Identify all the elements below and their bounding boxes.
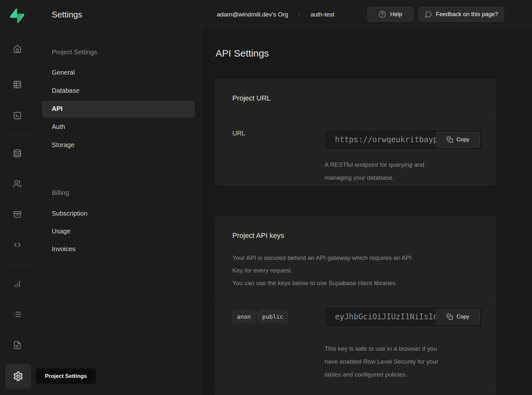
api-keys-description: Your API is secured behind an API gatewa… xyxy=(232,251,412,289)
gear-icon xyxy=(13,371,23,381)
copy-icon xyxy=(447,136,453,143)
sidebar-item-invoices[interactable]: Invoices xyxy=(52,245,75,253)
storage-icon[interactable] xyxy=(10,207,24,221)
rail-divider xyxy=(5,134,30,135)
anon-key-note-line: tables and configured policies. xyxy=(325,368,438,381)
breadcrumb-project[interactable]: auth-test xyxy=(311,11,335,18)
settings-sidebar: Settings Project Settings General Databa… xyxy=(34,0,201,395)
url-description: A RESTful endpoint for querying and mana… xyxy=(325,158,424,184)
rail-divider xyxy=(5,265,30,265)
auth-users-icon[interactable] xyxy=(10,176,24,191)
project-api-keys-card: Project API keys Your API is secured beh… xyxy=(215,216,496,395)
project-url-card: Project URL URL https://orwqeukritbayp C… xyxy=(215,79,496,186)
public-badge: public xyxy=(258,310,288,323)
message-bubble-icon xyxy=(425,11,432,18)
copy-anon-key-button[interactable]: Copy xyxy=(436,309,480,325)
sidebar-title: Settings xyxy=(52,10,82,20)
sidebar-item-subscription[interactable]: Subscription xyxy=(52,210,87,217)
help-circle-icon xyxy=(379,11,386,18)
key-badges: anon public xyxy=(232,310,288,323)
project-settings-button[interactable] xyxy=(5,364,31,389)
sidebar-header: Settings xyxy=(34,0,201,29)
edge-functions-icon[interactable] xyxy=(10,238,24,252)
rail-divider xyxy=(5,67,30,67)
database-icon[interactable] xyxy=(10,146,24,160)
table-editor-icon[interactable] xyxy=(10,77,24,91)
supabase-dashboard: Project Settings Settings Project Settin… xyxy=(0,0,532,395)
topbar: adam@windmill.dev's Org / auth-test Help… xyxy=(201,0,532,29)
sidebar-item-usage[interactable]: Usage xyxy=(52,228,71,235)
help-label: Help xyxy=(390,11,402,18)
sidebar-item-database[interactable]: Database xyxy=(52,87,80,94)
feedback-label: Feedback on this page? xyxy=(436,11,498,18)
feedback-button[interactable]: Feedback on this page? xyxy=(418,7,504,22)
copy-url-button[interactable]: Copy xyxy=(436,132,480,147)
card-divider xyxy=(216,117,496,117)
sidebar-item-api-label: API xyxy=(52,105,62,112)
copy-icon xyxy=(447,314,453,320)
section-header-billing: Billing xyxy=(52,189,69,197)
page-title: API Settings xyxy=(216,48,269,59)
breadcrumb-org[interactable]: adam@windmill.dev's Org xyxy=(217,11,288,18)
api-keys-description-line: Your API is secured behind an API gatewa… xyxy=(232,251,412,264)
api-keys-description-line: Key for every request. xyxy=(232,264,412,277)
anon-badge: anon xyxy=(232,310,255,323)
api-keys-description-line: You can use the keys below to use Supaba… xyxy=(232,277,412,289)
card-divider xyxy=(216,391,496,392)
logs-icon[interactable] xyxy=(10,307,24,321)
copy-url-label: Copy xyxy=(457,136,470,143)
url-label: URL xyxy=(232,130,245,137)
copy-anon-key-label: Copy xyxy=(457,314,470,320)
sidebar-divider xyxy=(34,170,201,171)
url-description-line: A RESTful endpoint for querying and xyxy=(325,158,424,171)
project-settings-tooltip: Project Settings xyxy=(36,368,96,384)
icon-rail xyxy=(0,0,34,395)
sidebar-item-api-active[interactable]: API xyxy=(42,101,195,118)
breadcrumb: adam@windmill.dev's Org / auth-test xyxy=(217,0,335,29)
reports-icon[interactable] xyxy=(10,277,24,291)
sql-editor-icon[interactable] xyxy=(10,108,24,123)
sidebar-item-general[interactable]: General xyxy=(52,69,75,76)
anon-key-note: This key is safe to use in a browser if … xyxy=(325,342,438,381)
section-header-project-settings: Project Settings xyxy=(52,48,97,56)
url-description-line: managing your database. xyxy=(325,171,424,184)
tooltip-label: Project Settings xyxy=(45,373,87,379)
api-keys-card-title: Project API keys xyxy=(232,231,284,240)
home-icon[interactable] xyxy=(10,42,24,56)
project-url-value: https://orwqeukritbayp xyxy=(335,130,438,150)
help-button[interactable]: Help xyxy=(367,7,414,22)
anon-key-note-line: have enabled Row Level Security for your xyxy=(325,355,438,368)
breadcrumb-separator: / xyxy=(298,11,300,18)
anon-key-value: eyJhbGciOiJIUzI1NiIsIn xyxy=(335,307,438,327)
project-url-card-title: Project URL xyxy=(232,94,271,102)
sidebar-item-auth[interactable]: Auth xyxy=(52,123,65,131)
supabase-logo[interactable] xyxy=(10,8,24,23)
sidebar-item-storage[interactable]: Storage xyxy=(52,141,74,149)
api-docs-icon[interactable] xyxy=(10,338,24,352)
anon-key-note-line: This key is safe to use in a browser if … xyxy=(325,342,438,355)
card-divider xyxy=(216,299,496,300)
